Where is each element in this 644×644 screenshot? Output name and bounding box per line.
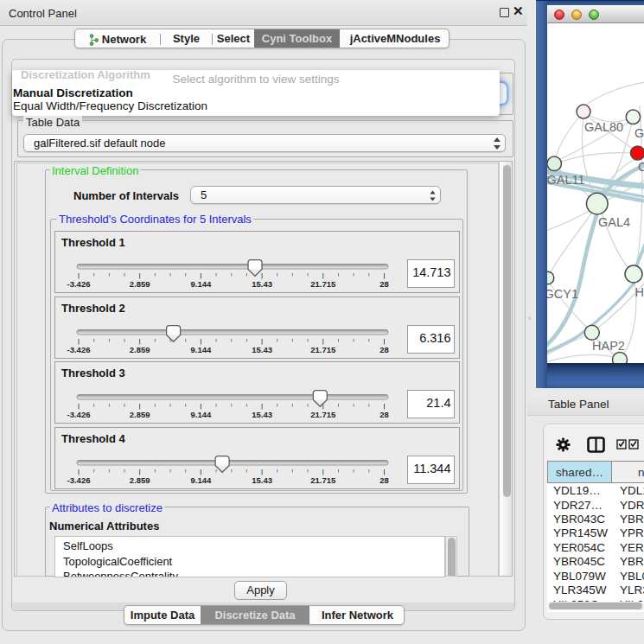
svg-text:15.43: 15.43 [252,410,272,419]
svg-text:GAL11: GAL11 [547,173,585,187]
svg-text:2.859: 2.859 [130,475,150,484]
svg-text:-3.426: -3.426 [67,279,91,289]
svg-text:9.144: 9.144 [191,475,212,484]
svg-text:9.144: 9.144 [191,279,212,289]
svg-text:GA: GA [634,126,644,140]
svg-text:-3.426: -3.426 [67,475,91,484]
svg-text:H: H [635,285,644,299]
svg-text:15.43: 15.43 [252,344,272,354]
svg-text:9.144: 9.144 [191,410,212,419]
svg-text:2.859: 2.859 [130,344,150,354]
svg-text:-3.426: -3.426 [67,344,91,354]
svg-text:2.859: 2.859 [130,279,150,289]
svg-text:21.715: 21.715 [310,344,336,354]
svg-text:28: 28 [379,410,389,419]
svg-text:GAL4: GAL4 [598,215,630,229]
svg-text:HAP2: HAP2 [592,339,625,353]
svg-text:2.859: 2.859 [130,410,150,419]
svg-text:21.715: 21.715 [310,475,336,484]
svg-text:28: 28 [379,279,389,289]
svg-text:C: C [638,160,644,174]
svg-text:15.43: 15.43 [252,279,272,289]
svg-text:21.715: 21.715 [310,279,336,289]
svg-text:15.43: 15.43 [252,475,272,484]
svg-text:28: 28 [379,475,389,484]
svg-text:21.715: 21.715 [310,410,336,419]
svg-text:-3.426: -3.426 [67,410,91,419]
svg-text:GAL80: GAL80 [584,120,623,134]
svg-text:GCY1: GCY1 [547,287,578,301]
svg-text:28: 28 [379,344,389,354]
svg-text:9.144: 9.144 [191,344,212,354]
